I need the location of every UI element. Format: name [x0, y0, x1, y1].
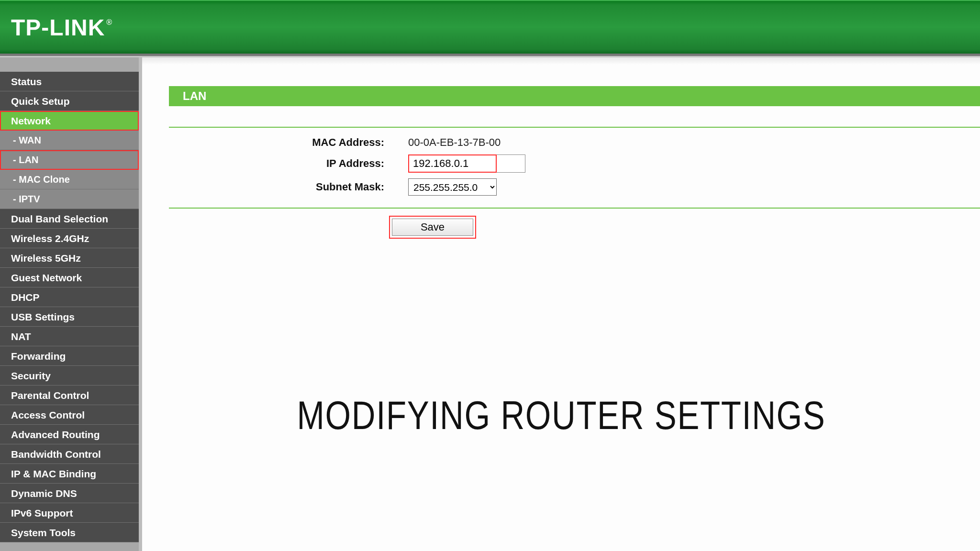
sidebar-item-system-tools[interactable]: System Tools: [0, 523, 139, 542]
ip-address-input[interactable]: [408, 154, 497, 173]
sidebar-item-quick-setup[interactable]: Quick Setup: [0, 91, 139, 111]
save-highlight: Save: [389, 216, 476, 239]
sidebar-item-access-control[interactable]: Access Control: [0, 405, 139, 425]
sidebar: StatusQuick SetupNetwork- WAN- LAN- MAC …: [0, 57, 142, 551]
panel-body: MAC Address: 00-0A-EB-13-7B-00 IP Addres…: [169, 127, 980, 239]
sidebar-item-wireless-5ghz[interactable]: Wireless 5GHz: [0, 248, 139, 268]
sidebar-item-forwarding[interactable]: Forwarding: [0, 346, 139, 366]
header-bar: TP-LINK ®: [0, 0, 980, 56]
mac-address-label: MAC Address:: [169, 136, 408, 149]
ip-address-label: IP Address:: [169, 157, 408, 170]
brand-logo: TP-LINK ®: [11, 14, 112, 41]
sidebar-item-status[interactable]: Status: [0, 72, 139, 91]
main-area: StatusQuick SetupNetwork- WAN- LAN- MAC …: [0, 56, 980, 551]
sidebar-item-mac-clone[interactable]: - MAC Clone: [0, 170, 139, 189]
lan-panel: LAN MAC Address: 00-0A-EB-13-7B-00 IP Ad…: [169, 86, 980, 239]
save-button[interactable]: Save: [392, 219, 473, 236]
overlay-caption: MODIFYING ROUTER SETTINGS: [297, 392, 825, 439]
sidebar-item-ipv6-support[interactable]: IPv6 Support: [0, 503, 139, 523]
save-row: Save: [169, 216, 980, 239]
panel-title: LAN: [169, 86, 980, 106]
mac-address-row: MAC Address: 00-0A-EB-13-7B-00: [169, 136, 980, 149]
mac-address-value: 00-0A-EB-13-7B-00: [408, 136, 501, 149]
sidebar-item-dual-band-selection[interactable]: Dual Band Selection: [0, 209, 139, 229]
ip-address-row: IP Address:: [169, 154, 980, 173]
sidebar-item-security[interactable]: Security: [0, 366, 139, 386]
subnet-mask-select[interactable]: 255.255.255.0: [408, 178, 497, 196]
subnet-mask-label: Subnet Mask:: [169, 181, 408, 193]
content-area: LAN MAC Address: 00-0A-EB-13-7B-00 IP Ad…: [142, 57, 980, 551]
subnet-mask-row: Subnet Mask: 255.255.255.0: [169, 178, 980, 196]
sidebar-item-dynamic-dns[interactable]: Dynamic DNS: [0, 484, 139, 503]
sidebar-item-lan[interactable]: - LAN: [0, 150, 139, 170]
divider: [169, 208, 980, 209]
sidebar-item-advanced-routing[interactable]: Advanced Routing: [0, 425, 139, 444]
sidebar-item-network[interactable]: Network: [0, 111, 139, 131]
sidebar-item-usb-settings[interactable]: USB Settings: [0, 307, 139, 327]
sidebar-item-wan[interactable]: - WAN: [0, 131, 139, 150]
sidebar-item-bandwidth-control[interactable]: Bandwidth Control: [0, 444, 139, 464]
registered-icon: ®: [106, 18, 112, 27]
sidebar-item-wireless-2-4ghz[interactable]: Wireless 2.4GHz: [0, 229, 139, 248]
sidebar-item-iptv[interactable]: - IPTV: [0, 189, 139, 209]
sidebar-item-parental-control[interactable]: Parental Control: [0, 386, 139, 405]
sidebar-item-ip-mac-binding[interactable]: IP & MAC Binding: [0, 464, 139, 484]
brand-text: TP-LINK: [11, 14, 105, 41]
ip-address-extra-box: [497, 154, 525, 173]
sidebar-item-dhcp[interactable]: DHCP: [0, 287, 139, 307]
sidebar-item-nat[interactable]: NAT: [0, 327, 139, 346]
sidebar-item-guest-network[interactable]: Guest Network: [0, 268, 139, 287]
